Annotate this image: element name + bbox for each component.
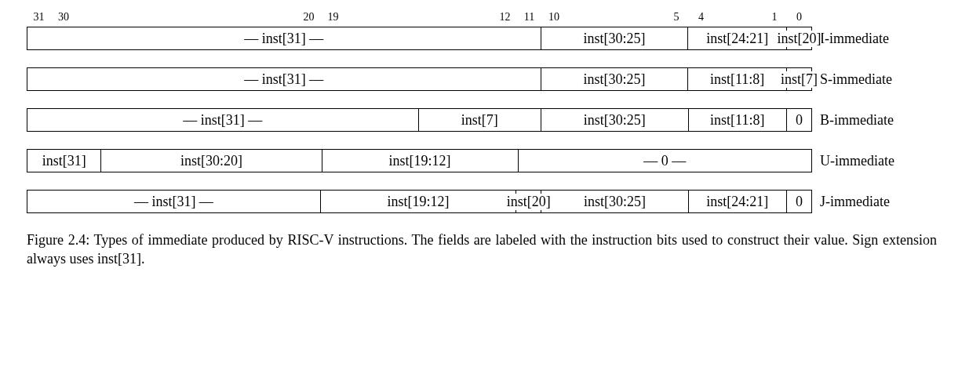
fields-j: — inst[31] — inst[19:12] inst[20] inst[3… (27, 190, 812, 213)
field: inst[11:8] (689, 109, 787, 131)
row-j-immediate: — inst[31] — inst[19:12] inst[20] inst[3… (27, 190, 953, 213)
row-i-immediate: — inst[31] — inst[30:25] inst[24:21] ins… (27, 27, 953, 50)
fields-b: — inst[31] — inst[7] inst[30:25] inst[11… (27, 108, 812, 132)
bitpos-20: 20 (303, 11, 314, 24)
field: 0 (787, 191, 812, 212)
field: inst[19:12] (322, 150, 519, 172)
fields-s: — inst[31] — inst[30:25] inst[11:8] inst… (27, 67, 812, 91)
field: — inst[31] — (27, 191, 321, 212)
row-label: B-immediate (820, 112, 894, 129)
bitpos-12: 12 (499, 11, 510, 24)
figure-caption: Figure 2.4: Types of immediate produced … (27, 230, 937, 269)
row-label: U-immediate (820, 153, 894, 169)
field: inst[11:8] (688, 68, 787, 90)
bitpos-10: 10 (548, 11, 559, 24)
field: inst[30:25] (541, 27, 689, 49)
field: inst[20] (787, 27, 812, 49)
field: inst[30:20] (101, 150, 322, 172)
row-label: J-immediate (820, 194, 890, 210)
row-s-immediate: — inst[31] — inst[30:25] inst[11:8] inst… (27, 67, 953, 91)
bitpos-11: 11 (524, 11, 534, 24)
field: inst[7] (419, 109, 541, 131)
fields-u: inst[31] inst[30:20] inst[19:12] — 0 — (27, 149, 812, 172)
field: inst[7] (787, 68, 812, 90)
bitpos-4: 4 (698, 11, 704, 24)
field: — inst[31] — (27, 68, 541, 90)
fields-i: — inst[31] — inst[30:25] inst[24:21] ins… (27, 27, 812, 50)
field: — inst[31] — (27, 109, 419, 131)
bitpos-0: 0 (796, 11, 802, 24)
bitpos-31: 31 (34, 11, 45, 24)
field: 0 (787, 109, 812, 131)
row-b-immediate: — inst[31] — inst[7] inst[30:25] inst[11… (27, 108, 953, 132)
bitpos-19: 19 (328, 11, 339, 24)
row-u-immediate: inst[31] inst[30:20] inst[19:12] — 0 — U… (27, 149, 953, 172)
field: inst[30:25] (541, 191, 688, 212)
field: inst[24:21] (688, 27, 787, 49)
field: inst[20] (516, 191, 541, 212)
field: — 0 — (519, 150, 813, 172)
bit-position-header: 31 30 20 19 12 11 10 5 4 1 0 (27, 11, 811, 27)
field: inst[31] (27, 150, 101, 172)
row-label: I-immediate (820, 31, 889, 47)
field: inst[24:21] (689, 191, 787, 212)
bitpos-5: 5 (674, 11, 679, 24)
field: inst[19:12] (321, 191, 517, 212)
field: inst[30:25] (541, 109, 689, 131)
bitpos-1: 1 (772, 11, 778, 24)
row-label: S-immediate (820, 71, 892, 88)
field: inst[30:25] (541, 68, 689, 90)
bitpos-30: 30 (58, 11, 69, 24)
field: — inst[31] — (27, 27, 541, 49)
